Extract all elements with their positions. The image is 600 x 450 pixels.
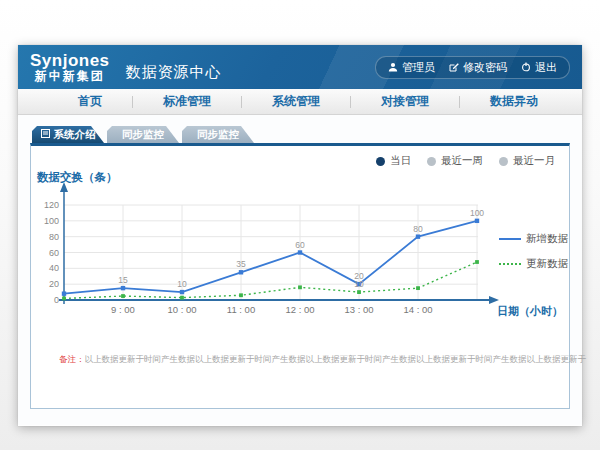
tab-system-intro[interactable]: 系统介绍 bbox=[32, 126, 104, 143]
nav-item-interface-mgmt[interactable]: 对接管理 bbox=[351, 93, 459, 110]
tab-bar: 系统介绍 同步监控 同步监控 bbox=[32, 126, 254, 143]
nav-item-system-mgmt[interactable]: 系统管理 bbox=[242, 93, 350, 110]
document-icon bbox=[41, 126, 50, 143]
main-nav: 首页 标准管理 系统管理 对接管理 数据异动 bbox=[18, 89, 582, 115]
data-exchange-line-chart: 0204060801001209 : 0010 : 0011 : 0012 : … bbox=[39, 178, 569, 328]
svg-text:11 : 00: 11 : 00 bbox=[227, 304, 255, 315]
svg-text:12 : 00: 12 : 00 bbox=[285, 304, 314, 315]
radio-dot-icon bbox=[499, 157, 508, 166]
svg-text:0: 0 bbox=[54, 295, 59, 305]
power-icon bbox=[521, 62, 531, 72]
current-user-button[interactable]: 管理员 bbox=[388, 60, 435, 75]
tab-label: 同步监控 bbox=[122, 126, 164, 143]
legend-item-new-data[interactable]: 新增数据 bbox=[499, 232, 568, 246]
radio-dot-icon bbox=[376, 157, 385, 166]
svg-text:100: 100 bbox=[44, 216, 59, 226]
radio-label: 最近一月 bbox=[513, 154, 555, 168]
current-user-label: 管理员 bbox=[402, 60, 435, 75]
svg-text:13 : 00: 13 : 00 bbox=[344, 304, 373, 315]
nav-item-data-change[interactable]: 数据异动 bbox=[460, 93, 568, 110]
svg-text:14 : 00: 14 : 00 bbox=[403, 304, 432, 315]
time-range-filter: 当日 最近一周 最近一月 bbox=[376, 154, 555, 168]
svg-text:80: 80 bbox=[413, 224, 423, 234]
user-toolbar: 管理员 修改密码 退出 bbox=[375, 56, 570, 79]
tab-sync-monitor-2[interactable]: 同步监控 bbox=[182, 126, 254, 143]
svg-text:10 : 00: 10 : 00 bbox=[167, 304, 196, 315]
svg-text:日期（小时）: 日期（小时） bbox=[497, 305, 563, 318]
content-area: 系统介绍 同步监控 同步监控 当日 最近一周 bbox=[18, 115, 582, 425]
svg-text:20: 20 bbox=[49, 279, 59, 289]
radio-last-month[interactable]: 最近一月 bbox=[499, 154, 555, 168]
note-text: 以上数据更新于时间产生数据以上数据更新于时间产生数据以上数据更新于时间产生数据以… bbox=[85, 354, 587, 364]
legend-item-updated-data[interactable]: 更新数据 bbox=[499, 257, 568, 271]
note-prefix: 备注： bbox=[59, 354, 85, 364]
solid-line-icon bbox=[499, 238, 521, 240]
radio-last-week[interactable]: 最近一周 bbox=[427, 154, 483, 168]
svg-text:10: 10 bbox=[354, 279, 364, 289]
svg-text:120: 120 bbox=[44, 200, 59, 210]
radio-today[interactable]: 当日 bbox=[376, 154, 411, 168]
svg-text:15: 15 bbox=[118, 275, 128, 285]
tab-label: 同步监控 bbox=[197, 126, 239, 143]
legend-label: 新增数据 bbox=[526, 232, 568, 246]
logout-button[interactable]: 退出 bbox=[521, 60, 557, 75]
radio-dot-icon bbox=[427, 157, 436, 166]
svg-text:35: 35 bbox=[236, 259, 246, 269]
dotted-line-icon bbox=[499, 263, 521, 265]
chart-legend: 新增数据 更新数据 bbox=[499, 232, 568, 271]
company-logo: Synjones 新中新集团 bbox=[30, 52, 110, 82]
radio-label: 最近一周 bbox=[441, 154, 483, 168]
chart-panel: 当日 最近一周 最近一月 数据交换（条） 0204060801001209 : … bbox=[30, 143, 570, 409]
page-container: Synjones 新中新集团 数据资源中心 管理员 修改密码 bbox=[18, 45, 582, 426]
page-title: 数据资源中心 bbox=[126, 63, 222, 82]
nav-item-standard-mgmt[interactable]: 标准管理 bbox=[133, 93, 241, 110]
edit-icon bbox=[449, 62, 459, 72]
radio-label: 当日 bbox=[390, 154, 411, 168]
tab-label: 系统介绍 bbox=[54, 126, 96, 143]
svg-text:100: 100 bbox=[470, 208, 484, 218]
svg-text:40: 40 bbox=[49, 263, 59, 273]
nav-item-home[interactable]: 首页 bbox=[48, 93, 132, 110]
svg-text:9 : 00: 9 : 00 bbox=[111, 304, 135, 315]
legend-label: 更新数据 bbox=[526, 257, 568, 271]
footer-note: 备注：以上数据更新于时间产生数据以上数据更新于时间产生数据以上数据更新于时间产生… bbox=[59, 354, 586, 366]
logo-primary-text: Synjones bbox=[30, 52, 110, 70]
user-icon bbox=[388, 62, 398, 72]
svg-text:60: 60 bbox=[295, 240, 305, 250]
logout-label: 退出 bbox=[535, 60, 557, 75]
change-password-button[interactable]: 修改密码 bbox=[449, 60, 507, 75]
tab-sync-monitor-1[interactable]: 同步监控 bbox=[107, 126, 179, 143]
svg-text:10: 10 bbox=[177, 279, 187, 289]
change-password-label: 修改密码 bbox=[463, 60, 507, 75]
header-bar: Synjones 新中新集团 数据资源中心 管理员 修改密码 bbox=[18, 45, 582, 89]
logo-secondary-text: 新中新集团 bbox=[30, 70, 110, 83]
svg-text:60: 60 bbox=[49, 248, 59, 258]
svg-text:80: 80 bbox=[49, 232, 59, 242]
